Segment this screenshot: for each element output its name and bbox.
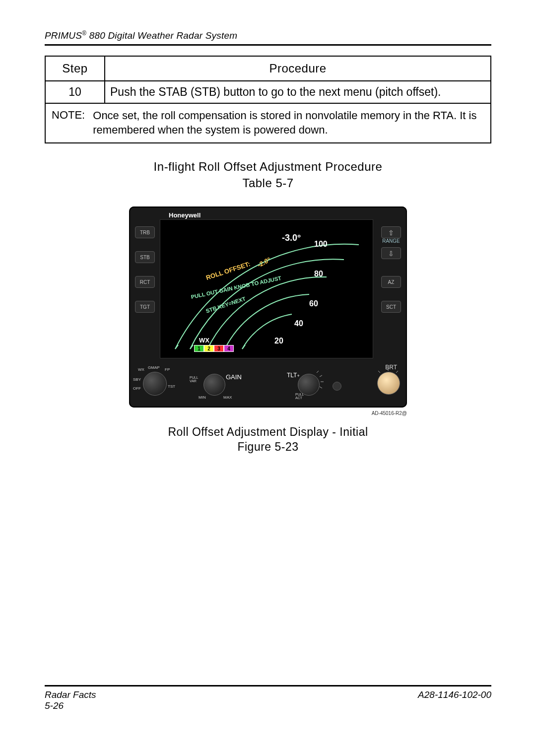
wx-box-2: 2 — [204, 345, 214, 352]
range-100: 100 — [314, 240, 328, 249]
tgt-button[interactable]: TGT — [135, 301, 155, 313]
trb-button[interactable]: TRB — [135, 226, 155, 238]
mode-sby: SBY — [133, 377, 141, 382]
mode-gmap: GMAP — [148, 365, 160, 370]
wx-label: WX — [199, 337, 234, 344]
gain-max: MAX — [223, 395, 232, 400]
stb-button[interactable]: STB — [135, 251, 155, 263]
svg-line-8 — [320, 387, 322, 388]
note-label: NOTE: — [52, 109, 86, 137]
cell-step-10: 10 — [45, 81, 105, 103]
tilt-ticks-icon — [293, 368, 327, 399]
controls-panel: WX GMAP FP SBY OFF TST GAIN MIN MAX PULL… — [129, 363, 407, 403]
svg-line-5 — [317, 371, 319, 373]
note-text: Once set, the roll compensation is store… — [93, 109, 484, 137]
table-caption: In-flight Roll Offset Adjustment Procedu… — [45, 158, 491, 192]
page-footer: Radar Facts 5-26 A28-1146-102-00 — [45, 685, 491, 711]
wx-box-1: 1 — [194, 345, 204, 352]
table-row: 10 Push the STAB (STB) button to go to t… — [45, 81, 491, 103]
footer-left: Radar Facts — [45, 689, 96, 700]
brand-label: Honeywell — [169, 211, 201, 219]
wx-box-4: 4 — [224, 345, 234, 352]
table-header-row: Step Procedure — [45, 56, 491, 81]
brt-ticks-icon — [373, 366, 403, 398]
photo-sensor-icon — [333, 382, 341, 391]
svg-line-9 — [378, 371, 380, 373]
mode-wx: WX — [138, 367, 144, 372]
figure-caption: Roll Offset Adjustment Display - Initial… — [45, 425, 491, 455]
th-procedure: Procedure — [105, 56, 491, 81]
mode-knob[interactable] — [143, 372, 167, 396]
rct-button[interactable]: RCT — [135, 276, 155, 288]
footer-page: 5-26 — [45, 700, 96, 711]
gain-min: MIN — [199, 395, 206, 400]
range-down-button[interactable]: ⇩ — [381, 247, 401, 259]
procedure-table: Step Procedure 10 Push the STAB (STB) bu… — [45, 56, 491, 143]
wx-boxes: 1 2 3 4 — [194, 345, 234, 352]
header-title-pre: PRIMUS — [45, 30, 82, 41]
table-caption-line2: Table 5-7 — [45, 175, 491, 192]
figure-caption-line2: Figure 5-23 — [237, 440, 298, 453]
radar-screen: -3.0° 100 80 60 40 20 ROLL OFFSET: -2.0°… — [160, 219, 373, 358]
figure-id: AD-45016-R2@ — [129, 411, 407, 416]
mode-tst: TST — [168, 384, 175, 389]
range-80: 80 — [314, 270, 323, 278]
range-label: RANGE — [380, 238, 402, 244]
footer-right: A28-1146-102-00 — [418, 689, 491, 711]
th-step: Step — [45, 56, 105, 81]
footer-rule — [45, 685, 491, 687]
mode-fp: FP — [165, 367, 170, 372]
az-button[interactable]: AZ — [381, 276, 401, 288]
svg-line-11 — [396, 371, 398, 373]
wx-box-3: 3 — [214, 345, 224, 352]
gain-knob[interactable] — [203, 374, 225, 396]
gain-pull: PULLVAR — [190, 376, 199, 383]
figure-wrap: Honeywell TRB STB RCT TGT ⇧ RANGE ⇩ AZ S… — [45, 206, 491, 416]
range-20: 20 — [274, 337, 283, 345]
table-caption-line1: In-flight Roll Offset Adjustment Procedu… — [154, 160, 383, 173]
figure-caption-line1: Roll Offset Adjustment Display - Initial — [168, 425, 368, 438]
header-title-sup: ® — [82, 30, 86, 37]
header-title-post: 880 Digital Weather Radar System — [86, 30, 237, 41]
radar-unit: Honeywell TRB STB RCT TGT ⇧ RANGE ⇩ AZ S… — [129, 206, 407, 408]
page-header: PRIMUS® 880 Digital Weather Radar System — [45, 30, 491, 41]
gain-label: GAIN — [226, 373, 242, 381]
note-row: NOTE: Once set, the roll compensation is… — [45, 103, 491, 142]
wx-bar: WX 1 2 3 4 — [194, 337, 234, 352]
arc-svg — [160, 220, 373, 358]
svg-line-6 — [320, 375, 322, 377]
range-40: 40 — [294, 319, 303, 328]
sct-button[interactable]: SCT — [381, 301, 401, 313]
range-up-button[interactable]: ⇧ — [381, 226, 401, 238]
mode-off: OFF — [133, 386, 141, 391]
cell-procedure-10: Push the STAB (STB) button to go to the … — [105, 81, 491, 103]
tilt-value: -3.0° — [282, 233, 301, 243]
header-rule — [45, 44, 491, 46]
range-60: 60 — [309, 299, 318, 308]
